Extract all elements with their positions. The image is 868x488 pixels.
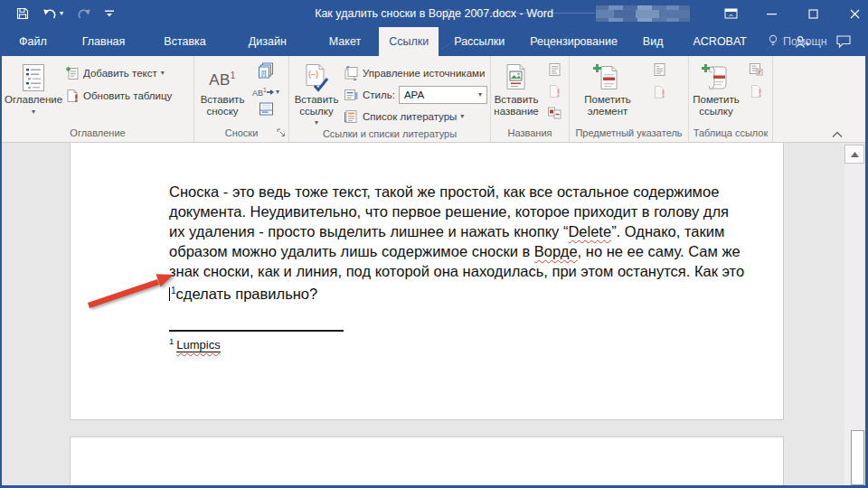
undo-icon[interactable]: ▾ <box>42 0 63 27</box>
window-controls <box>718 0 868 27</box>
footnote-separator <box>169 330 344 332</box>
cross-reference-icon[interactable] <box>547 106 561 123</box>
text-line: знак сноски, как и линия, под которой он… <box>169 261 744 281</box>
ribbon-display-options-icon[interactable] <box>718 0 744 27</box>
tab-mailings[interactable]: Рассылки <box>444 27 514 56</box>
mark-citation-button[interactable]: Пометить ссылку <box>689 59 743 126</box>
insert-index-icon[interactable] <box>653 62 666 80</box>
show-notes-icon[interactable] <box>259 102 274 119</box>
group-label: Предметный указатель <box>570 126 688 142</box>
insert-caption-button[interactable]: Вставить название <box>491 59 542 126</box>
spellcheck-word: Delete <box>568 223 611 239</box>
red-arrow-annotation <box>78 269 186 316</box>
text-line: образом можно удалить лишь содержимое сн… <box>169 241 744 261</box>
group-label: Таблица ссылок <box>689 126 772 142</box>
text-line: 1сделать правильно? <box>169 281 744 304</box>
insert-footnote-icon: AB1 <box>209 61 236 94</box>
tab-design[interactable]: Дизайн <box>239 27 297 56</box>
update-table-of-authorities-icon[interactable] <box>750 84 763 102</box>
bibliography-button[interactable]: Список литературы▾ <box>344 107 487 126</box>
manage-sources-button[interactable]: Управление источниками <box>344 63 487 82</box>
text-line: документа. Неудивительно, что первое реш… <box>169 202 744 221</box>
insert-footnote-button[interactable]: AB1 Вставить сноску <box>194 59 250 126</box>
footnote-number: 1 <box>169 336 174 346</box>
paragraph: Сноска - это ведь тоже текст, такой же п… <box>169 182 744 304</box>
window-border-left <box>0 56 2 488</box>
tab-references[interactable]: Ссылки <box>379 27 439 56</box>
mark-entry-button[interactable]: Пометить элемент <box>570 59 646 126</box>
tab-layout[interactable]: Макет <box>319 27 371 56</box>
dialog-launcher-icon[interactable] <box>277 128 286 139</box>
toc-button[interactable]: Оглавление ▾ <box>2 59 65 126</box>
insert-citation-button[interactable]: (–) Вставить ссылку ▾ <box>289 59 344 127</box>
save-icon[interactable] <box>16 0 29 27</box>
group-label: Оглавление <box>2 126 193 142</box>
style-row: Стиль: APA ▾ <box>344 85 487 104</box>
tab-insert[interactable]: Вставка <box>154 27 215 56</box>
mark-citation-icon <box>701 61 731 94</box>
mark-entry-icon <box>592 61 623 94</box>
update-table-of-figures-icon[interactable] <box>548 84 561 102</box>
text-line: Сноска - это ведь тоже текст, такой же п… <box>169 182 744 202</box>
next-footnote-icon[interactable]: AB1 ▾ <box>252 87 279 98</box>
scrollbar-up-icon[interactable] <box>844 145 864 164</box>
update-table-button[interactable]: Обновить таблицу <box>65 86 172 105</box>
decoration <box>477 13 595 14</box>
title-bar: ▾ Как удалить сноски в Ворде 2007.docx -… <box>0 0 868 27</box>
ribbon-tab-bar: Файл Главная Вставка Дизайн Макет Ссылки… <box>0 27 868 56</box>
group-label: Названия <box>491 126 569 142</box>
group-index: Пометить элемент Предметный указатель <box>570 56 689 142</box>
document-page-1[interactable]: Сноска - это ведь тоже текст, такой же п… <box>70 143 784 420</box>
group-table-of-contents: Оглавление ▾ Добавить текст▾ Обновить та… <box>2 56 194 142</box>
document-area: Сноска - это ведь тоже текст, такой же п… <box>0 143 868 488</box>
collapse-ribbon-icon[interactable] <box>829 129 845 140</box>
update-index-icon[interactable] <box>653 85 666 103</box>
maximize-icon[interactable] <box>800 0 826 27</box>
footnote: 1Lumpics <box>169 336 221 352</box>
tab-file[interactable]: Файл <box>6 27 60 56</box>
group-footnotes: AB1 Вставить сноску [i] AB1 ▾ Сноски <box>194 56 289 142</box>
decoration <box>445 9 452 16</box>
document-page-2[interactable] <box>70 436 784 488</box>
scrollbar-thumb[interactable] <box>851 430 864 485</box>
insert-table-of-figures-icon[interactable] <box>548 62 561 80</box>
tab-home[interactable]: Главная <box>72 27 136 56</box>
group-citations: (–) Вставить ссылку ▾ Управление источни… <box>289 56 491 142</box>
insert-table-of-authorities-icon[interactable] <box>749 62 763 80</box>
svg-text:(–): (–) <box>308 70 318 79</box>
toc-icon <box>21 61 46 94</box>
insert-caption-icon <box>504 61 529 94</box>
spellcheck-word: Ворде <box>534 243 578 259</box>
tab-view[interactable]: Вид <box>633 27 674 56</box>
group-table-of-authorities: Пометить ссылку Таблица ссылок <box>689 56 773 142</box>
share-person-icon[interactable] <box>788 27 816 56</box>
quick-access-toolbar: ▾ <box>16 0 114 27</box>
minimize-icon[interactable] <box>759 0 785 27</box>
customize-qat-icon[interactable] <box>105 0 114 27</box>
tab-acrobat[interactable]: ACROBAT <box>683 27 757 56</box>
group-label: Сноски <box>194 126 288 142</box>
citation-style-select[interactable]: APA ▾ <box>399 86 487 104</box>
insert-endnote-icon[interactable]: [i] <box>258 62 275 82</box>
tab-review[interactable]: Рецензирование <box>520 27 627 56</box>
insert-citation-icon: (–) <box>303 61 330 94</box>
footnote-link[interactable]: Lumpics <box>176 338 220 352</box>
comments-icon[interactable] <box>830 27 857 56</box>
group-label: Ссылки и списки литературы <box>289 127 490 142</box>
ribbon: Оглавление ▾ Добавить текст▾ Обновить та… <box>0 56 868 143</box>
close-icon[interactable] <box>842 0 868 27</box>
account-name-blurred <box>596 5 690 22</box>
redo-icon[interactable] <box>77 0 91 27</box>
group-captions: Вставить название Названия <box>491 56 570 142</box>
add-text-button[interactable]: Добавить текст▾ <box>65 63 172 82</box>
text-line: их удаления - просто выделить лишнее и н… <box>169 221 744 241</box>
svg-text:[i]: [i] <box>261 70 267 77</box>
